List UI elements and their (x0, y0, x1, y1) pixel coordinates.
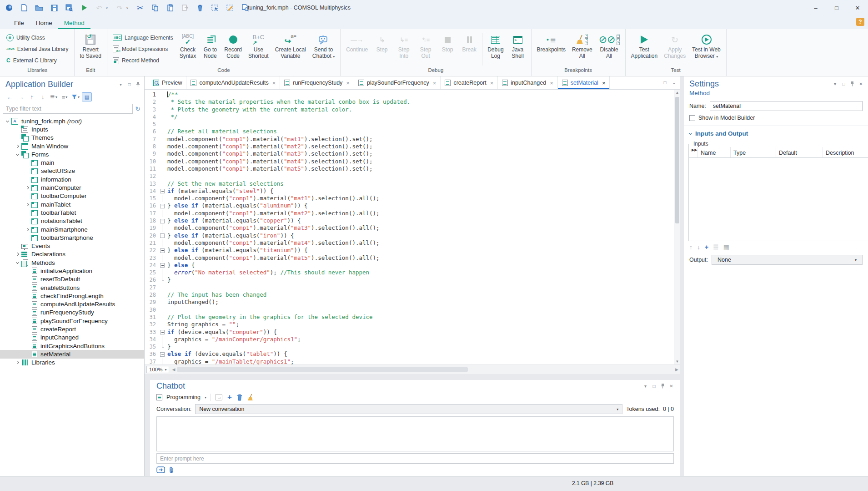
scroll-down-icon[interactable]: ▼ (674, 359, 680, 364)
save-icon[interactable] (50, 3, 59, 13)
close-icon[interactable]: ✕ (669, 384, 674, 389)
paste-icon[interactable] (166, 3, 175, 13)
expand-icon[interactable] (14, 361, 21, 364)
prompt-field[interactable] (156, 453, 674, 464)
expand-icon[interactable] (14, 253, 21, 255)
pin-icon[interactable] (135, 81, 140, 88)
save-as-icon[interactable] (65, 3, 74, 13)
panel-menu-icon[interactable]: ▾ (118, 82, 123, 87)
editor-tab-createreport[interactable]: createReport× (441, 76, 498, 89)
tree-item-inputs[interactable]: Inputs (0, 125, 144, 133)
fold-marker-icon[interactable] (159, 202, 166, 209)
conversation-dropdown[interactable]: New conversation ▾ (195, 404, 622, 414)
tree-item-declarations[interactable]: Declarations (0, 250, 144, 258)
tree-item-main-window[interactable]: Main Window (0, 142, 144, 150)
record-method-button[interactable]: Record Method (111, 56, 175, 66)
remove-all-button[interactable]: RemoveAll (569, 31, 596, 67)
editor-zoom-control[interactable]: 100% ▾ (146, 366, 169, 373)
expand-icon[interactable] (24, 187, 31, 189)
float-icon[interactable]: □ (841, 82, 846, 86)
editor-tab-inputchanged[interactable]: inputChanged× (498, 76, 557, 89)
tree-item-toolbarsmartphone[interactable]: toolbarSmartphone (0, 233, 144, 242)
fold-marker-icon[interactable] (159, 350, 166, 358)
editor-tab-setmaterial[interactable]: setMaterial× (558, 76, 610, 89)
debug-log-button[interactable]: DebugLog (484, 31, 507, 67)
move-right-icon[interactable]: → (16, 93, 25, 101)
editor-tab-playsoundforfrequency[interactable]: playSoundForFrequency× (354, 76, 441, 89)
tree-item-maincomputer[interactable]: mainComputer (0, 183, 144, 192)
fold-marker-icon[interactable] (159, 187, 166, 195)
record-code-button[interactable]: RecordCode (221, 31, 245, 67)
horizontal-scrollbar[interactable]: ◀ ▶ (172, 366, 678, 373)
move-left-icon[interactable]: ← (5, 93, 15, 101)
hscrollbar-thumb[interactable] (177, 367, 468, 372)
fold-marker-icon[interactable] (159, 217, 166, 224)
tree-item-createreport[interactable]: createReport (0, 325, 144, 333)
show-in-model-builder-checkbox[interactable] (689, 115, 695, 121)
delete-icon[interactable] (196, 3, 205, 13)
expand-icon[interactable] (24, 203, 31, 206)
close-tab-icon[interactable]: × (602, 80, 606, 86)
utility-class-button[interactable]: Utility Class (5, 33, 70, 43)
code-editor[interactable]: 1/**2 * Sets the material properties whe… (145, 90, 680, 364)
java-shell-button[interactable]: JavaShell (507, 31, 529, 67)
close-tab-icon[interactable]: × (550, 80, 553, 86)
tree-item-tuning-fork-mph[interactable]: tuning_fork.mph(root) (0, 117, 144, 125)
maximize-button[interactable]: □ (826, 0, 847, 15)
add-row-icon[interactable]: + (705, 243, 708, 251)
collapse-all-icon[interactable]: ≡▾ (60, 93, 69, 101)
expand-icon[interactable] (14, 145, 21, 147)
fold-marker-icon[interactable] (159, 247, 166, 254)
fold-marker-icon[interactable] (159, 329, 166, 336)
minimize-button[interactable]: – (805, 0, 826, 15)
redo-icon[interactable]: ↷ (115, 3, 124, 13)
collapse-icon[interactable] (14, 154, 21, 155)
tree-item-initializeapplication[interactable]: initializeApplication (0, 267, 144, 275)
panel-menu-icon[interactable]: ▾ (643, 384, 648, 389)
create-local-variable-button[interactable]: Create LocalVariable (272, 31, 309, 67)
tree-item-forms[interactable]: Forms (0, 150, 144, 158)
revert-to-saved-button[interactable]: Revertto Saved (77, 31, 105, 67)
external-c-library-button[interactable]: External C Library (5, 56, 70, 66)
close-icon[interactable]: ✕ (858, 82, 863, 86)
chatbot-mode-dropdown[interactable]: Programming (166, 394, 201, 400)
inputs-and-output-section[interactable]: Inputs and Output (684, 126, 868, 140)
tree-item-mainsmartphone[interactable]: mainSmartphone (0, 225, 144, 233)
tree-item-initgraphicsandbuttons[interactable]: initGraphicsAndButtons (0, 342, 144, 350)
close-tab-icon[interactable]: × (272, 80, 276, 86)
ribbon-tab-home[interactable]: Home (30, 17, 58, 29)
move-down-icon[interactable]: ↓ (38, 93, 47, 101)
vertical-scrollbar[interactable]: ▲ ▼ (674, 90, 680, 364)
editor-tab-runfrequencystudy[interactable]: runFrequencyStudy× (280, 76, 354, 89)
tree-item-methods[interactable]: Methods (0, 258, 144, 267)
chevron-down-icon[interactable]: ∨ (105, 6, 109, 10)
tree-item-inputchanged[interactable]: inputChanged (0, 334, 144, 342)
tree-item-events[interactable]: Events (0, 242, 144, 250)
collapse-icon[interactable]: ⌄ (672, 81, 677, 85)
panel-menu-icon[interactable]: ▾ (833, 82, 838, 86)
prompt-input[interactable] (157, 456, 673, 462)
pin-icon[interactable] (850, 81, 855, 87)
editor-tab-computeandupdateresults[interactable]: computeAndUpdateResults× (186, 76, 280, 89)
fold-marker-icon[interactable] (159, 232, 166, 239)
close-tab-icon[interactable]: × (433, 80, 437, 86)
model-expressions-button[interactable]: Model Expressions (111, 44, 175, 54)
draw-frame-icon[interactable] (226, 3, 235, 13)
help-icon[interactable]: ? (856, 18, 864, 26)
delete-conversation-icon[interactable] (237, 394, 242, 401)
filter-icon[interactable]: ▾ (71, 93, 80, 101)
collapse-icon[interactable] (4, 121, 11, 122)
test-in-web-browser-button[interactable]: Test in WebBrowser ▾ (689, 31, 723, 67)
duplicate-icon[interactable] (181, 3, 190, 13)
language-elements-button[interactable]: Language Elements (111, 33, 175, 43)
attach-file-icon[interactable] (169, 466, 174, 474)
scroll-up-icon[interactable]: ▲ (674, 91, 680, 95)
float-icon[interactable]: □ (662, 81, 667, 85)
expand-all-icon[interactable]: ≣▾ (49, 93, 58, 101)
tree-item-toolbarcomputer[interactable]: toolbarComputer (0, 192, 144, 200)
new-conversation-icon[interactable]: + (227, 393, 232, 402)
chevron-down-icon[interactable]: ▾ (205, 395, 206, 400)
move-up-icon[interactable]: ↑ (27, 93, 36, 101)
tree-item-selectuisize[interactable]: selectUISize (0, 167, 144, 175)
expand-icon[interactable] (24, 228, 31, 231)
